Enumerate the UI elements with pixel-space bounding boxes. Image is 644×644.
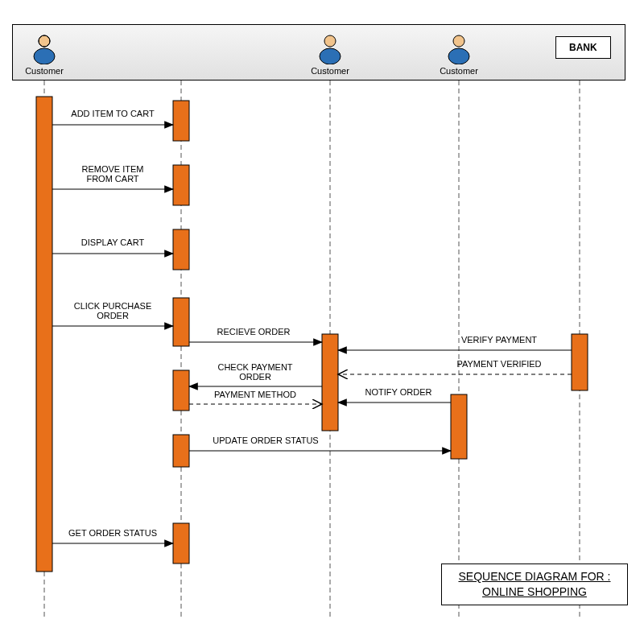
svg-rect-17 (173, 370, 189, 411)
svg-rect-13 (173, 101, 189, 141)
svg-text:NOTIFY ORDER: NOTIFY ORDER (365, 387, 432, 397)
svg-text:PAYMENT VERIFIED: PAYMENT VERIFIED (456, 359, 541, 369)
svg-text:CLICK PURCHASE: CLICK PURCHASE (74, 301, 152, 311)
svg-text:UPDATE ORDER STATUS: UPDATE ORDER STATUS (213, 436, 318, 445)
svg-text:CHECK PAYMENT: CHECK PAYMENT (217, 362, 292, 372)
svg-rect-22 (572, 334, 588, 390)
title-line2: ONLINE SHOPPING (482, 585, 587, 598)
svg-text:ORDER: ORDER (97, 311, 129, 320)
svg-rect-14 (173, 165, 189, 205)
sequence-svg: ADD ITEM TO CART REMOVE ITEM FROM CART D… (0, 0, 644, 644)
svg-rect-21 (451, 394, 467, 459)
svg-rect-16 (173, 298, 189, 346)
diagram-title: SEQUENCE DIAGRAM FOR : ONLINE SHOPPING (441, 564, 628, 605)
svg-text:PAYMENT METHOD: PAYMENT METHOD (214, 390, 296, 399)
svg-text:RECIEVE ORDER: RECIEVE ORDER (217, 327, 290, 336)
svg-rect-12 (36, 97, 52, 572)
svg-text:DISPLAY CART: DISPLAY CART (81, 237, 145, 247)
svg-rect-19 (173, 523, 189, 564)
svg-text:GET ORDER STATUS: GET ORDER STATUS (68, 528, 157, 538)
svg-text:ADD ITEM TO CART: ADD ITEM TO CART (71, 109, 155, 118)
title-line1: SEQUENCE DIAGRAM FOR : (458, 570, 610, 583)
svg-text:ORDER: ORDER (239, 372, 271, 382)
diagram-stage: Customer Customer Customer BANK (0, 0, 644, 644)
svg-rect-15 (173, 229, 189, 270)
svg-text:REMOVE ITEM: REMOVE ITEM (81, 164, 143, 174)
svg-rect-20 (322, 334, 338, 431)
svg-text:VERIFY PAYMENT: VERIFY PAYMENT (461, 335, 537, 345)
svg-text:FROM CART: FROM CART (86, 174, 138, 184)
messages: ADD ITEM TO CART REMOVE ITEM FROM CART D… (52, 109, 572, 543)
svg-rect-18 (173, 435, 189, 467)
